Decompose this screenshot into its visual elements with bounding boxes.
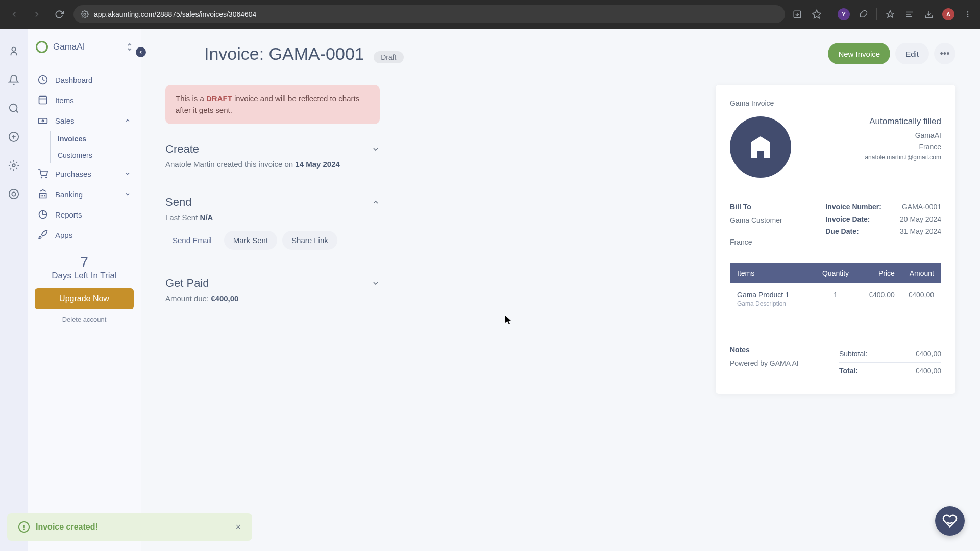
divider: [830, 8, 830, 20]
svg-point-23: [41, 177, 42, 178]
svg-marker-2: [813, 10, 821, 18]
bill-to: Bill To Gama Customer France: [730, 203, 782, 249]
alert-strong: DRAFT: [206, 94, 232, 103]
detail-row: Due Date: 31 May 2024: [825, 227, 941, 235]
sales-icon: [38, 115, 48, 126]
nav-label: Apps: [55, 231, 72, 239]
divider: [876, 8, 877, 20]
section-paid-header[interactable]: Get Paid: [165, 277, 380, 290]
nav-reports[interactable]: Reports: [35, 204, 134, 225]
url-bar[interactable]: app.akaunting.com/288875/sales/invoices/…: [74, 5, 785, 23]
svg-point-10: [10, 104, 17, 112]
nav-purchases[interactable]: Purchases: [35, 163, 134, 184]
extension-leaf-icon[interactable]: [884, 8, 896, 20]
browser-reload-button[interactable]: [51, 6, 67, 22]
site-settings-icon[interactable]: [81, 10, 89, 18]
svg-point-7: [967, 14, 969, 15]
main-content: Invoice: GAMA-0001 Draft New Invoice Edi…: [141, 29, 980, 551]
send-email-button[interactable]: Send Email: [165, 231, 219, 250]
items-icon: [38, 95, 48, 105]
bill-country: France: [730, 236, 782, 249]
nav-sales[interactable]: Sales: [35, 110, 134, 131]
rail-help-icon[interactable]: [7, 187, 21, 201]
detail-row: Invoice Date: 20 May 2024: [825, 215, 941, 223]
bill-customer: Gama Customer: [730, 214, 782, 227]
rail-add-icon[interactable]: [7, 130, 21, 144]
invoice-notes: Notes Powered by GAMA AI: [730, 346, 799, 379]
notes-label: Notes: [730, 346, 799, 354]
inv-filled-label: Automatically filled: [865, 116, 941, 127]
invoice-footer: Notes Powered by GAMA AI Subtotal: €400,…: [730, 346, 941, 379]
rail-user-icon[interactable]: [7, 44, 21, 58]
new-invoice-button[interactable]: New Invoice: [828, 43, 890, 64]
chevron-up-icon: [125, 117, 131, 124]
invoice-line-item: Gama Product 1 Gama Description 1 €400,0…: [730, 283, 941, 315]
nav-dashboard[interactable]: Dashboard: [35, 69, 134, 90]
title-group: Invoice: GAMA-0001 Draft: [204, 44, 404, 64]
line-name: Gama Product 1: [737, 291, 816, 299]
share-link-button[interactable]: Share Link: [282, 231, 337, 250]
delete-account-link[interactable]: Delete account: [35, 316, 134, 323]
svg-point-8: [967, 16, 969, 17]
rail-search-icon[interactable]: [7, 101, 21, 115]
invoice-table-header: Items Quantity Price Amount: [730, 263, 941, 283]
browser-back-button[interactable]: [6, 6, 22, 22]
browser-menu-icon[interactable]: [962, 8, 974, 20]
install-app-icon[interactable]: [791, 8, 803, 20]
extension-y-icon[interactable]: Y: [838, 8, 850, 20]
section-send-header[interactable]: Send: [165, 196, 380, 209]
downloads-icon[interactable]: [923, 8, 935, 20]
trial-label: Days Left In Trial: [35, 271, 134, 281]
app-container: GamaAI Dashboard Items Sales Invoices Cu…: [0, 29, 980, 551]
edit-button[interactable]: Edit: [895, 43, 929, 64]
send-actions: Send Email Mark Sent Share Link: [165, 231, 380, 250]
svg-point-0: [84, 13, 86, 15]
trial-days-count: 7: [35, 254, 134, 271]
nav-invoices[interactable]: Invoices: [55, 131, 134, 147]
nav-label: Sales: [55, 116, 75, 125]
dashboard-icon: [38, 75, 48, 85]
section-create-header[interactable]: Create: [165, 142, 380, 156]
svg-point-16: [9, 189, 18, 199]
left-column: This is a DRAFT invoice and will be refl…: [165, 85, 380, 537]
browser-chrome: app.akaunting.com/288875/sales/invoices/…: [0, 0, 980, 29]
nav-apps[interactable]: Apps: [35, 225, 134, 245]
upgrade-button[interactable]: Upgrade Now: [35, 288, 134, 309]
more-actions-button[interactable]: •••: [934, 43, 955, 64]
col-price: Price: [855, 269, 895, 277]
profile-avatar-icon[interactable]: A: [942, 8, 954, 20]
feedback-fab[interactable]: [935, 506, 965, 536]
right-column: Gama Invoice Automatically filled GamaAI…: [716, 85, 955, 537]
company-selector[interactable]: GamaAI: [35, 39, 134, 55]
mark-sent-button[interactable]: Mark Sent: [224, 231, 277, 250]
url-text: app.akaunting.com/288875/sales/invoices/…: [94, 10, 256, 18]
extension-icons: Y A: [791, 8, 974, 20]
browser-forward-button[interactable]: [29, 6, 45, 22]
bookmark-star-icon[interactable]: [811, 8, 823, 20]
nav-customers[interactable]: Customers: [55, 147, 134, 163]
collapse-sidebar-button[interactable]: [136, 47, 146, 57]
company-name: GamaAI: [53, 42, 121, 52]
invoice-totals: Subtotal: €400,00 Total: €400,00: [839, 346, 941, 379]
section-paid: Get Paid Amount due: €400,00: [165, 277, 380, 315]
total-row: Total: €400,00: [839, 363, 941, 379]
invoice-preview: Gama Invoice Automatically filled GamaAI…: [716, 85, 955, 394]
detail-row: Invoice Number: GAMA-0001: [825, 203, 941, 211]
line-item-cell: Gama Product 1 Gama Description: [737, 291, 816, 307]
rail-bell-icon[interactable]: [7, 73, 21, 87]
nav-banking[interactable]: Banking: [35, 184, 134, 204]
nav-label: Purchases: [55, 170, 91, 178]
section-create-sub: Anatole Martin created this invoice on 1…: [165, 160, 380, 169]
extension-list-icon[interactable]: [903, 8, 916, 20]
notes-val: Powered by GAMA AI: [730, 357, 799, 370]
extensions-icon[interactable]: [857, 8, 869, 20]
line-desc: Gama Description: [737, 300, 816, 307]
col-qty: Quantity: [816, 269, 855, 277]
chevron-up-icon: [372, 198, 380, 206]
sidebar: GamaAI Dashboard Items Sales Invoices Cu…: [28, 29, 141, 551]
sales-subitems: Invoices Customers: [50, 131, 134, 163]
section-send: Send Last Sent N/A Send Email Mark Sent …: [165, 196, 380, 262]
nav-items[interactable]: Items: [35, 90, 134, 110]
rail-settings-icon[interactable]: [7, 158, 21, 173]
toast-close-button[interactable]: ×: [235, 522, 241, 533]
